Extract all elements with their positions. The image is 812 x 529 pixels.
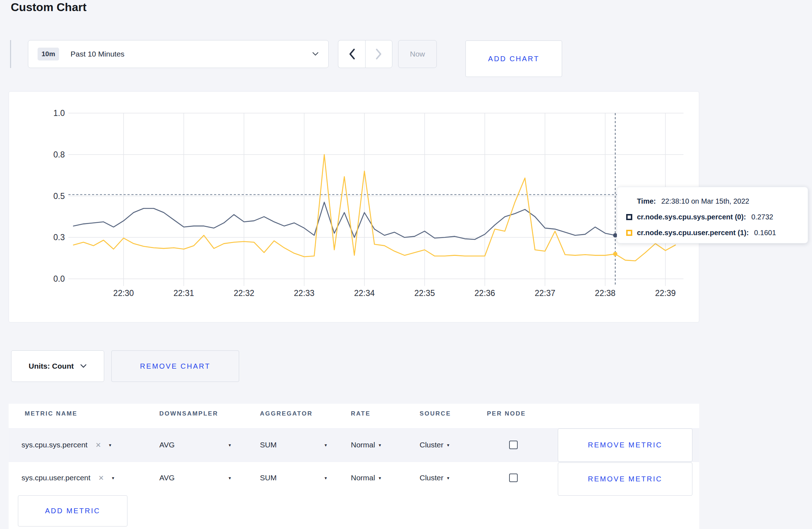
cpu-usage-chart[interactable]: 0.00.30.50.81.022:3022:3122:3222:3322:34… bbox=[9, 92, 700, 323]
add-chart-button[interactable]: ADD CHART bbox=[465, 40, 562, 77]
tooltip-sys-label: cr.node.sys.cpu.sys.percent (0): bbox=[637, 213, 746, 221]
chevron-down-icon bbox=[312, 52, 319, 57]
x-tick-label: 22:37 bbox=[535, 288, 555, 298]
rate-select[interactable]: Normal ▾ bbox=[351, 471, 381, 485]
sys-series-swatch-icon bbox=[626, 214, 632, 220]
source-select[interactable]: Cluster ▾ bbox=[420, 471, 449, 485]
per-node-checkbox[interactable] bbox=[509, 441, 518, 449]
x-tick-label: 22:31 bbox=[174, 288, 194, 298]
remove-metric-button[interactable]: REMOVE METRIC bbox=[558, 428, 692, 462]
column-header-rate: RATE bbox=[351, 410, 371, 417]
column-header-per-node: PER NODE bbox=[487, 410, 526, 417]
downsampler-select[interactable]: AVG ▾ bbox=[159, 438, 231, 452]
page-title: Custom Chart bbox=[11, 1, 87, 14]
per-node-checkbox[interactable] bbox=[509, 474, 518, 482]
rate-value: Normal bbox=[351, 474, 375, 482]
custom-chart-page: Custom Chart 10m Past 10 Minutes Now ADD… bbox=[0, 0, 812, 529]
aggregator-select[interactable]: SUM ▾ bbox=[260, 438, 327, 452]
metric-name-select[interactable]: sys.cpu.user.percent ✕ ▾ bbox=[21, 471, 147, 485]
tooltip-series-sys-row: cr.node.sys.cpu.sys.percent (0): 0.2732 bbox=[626, 209, 801, 225]
remove-chart-button[interactable]: REMOVE CHART bbox=[111, 350, 239, 382]
remove-metric-button[interactable]: REMOVE METRIC bbox=[558, 462, 692, 496]
y-tick-label: 0.0 bbox=[53, 274, 65, 283]
y-tick-label: 0.8 bbox=[53, 150, 65, 159]
aggregator-value: SUM bbox=[260, 474, 277, 482]
units-dropdown[interactable]: Units: Count bbox=[11, 350, 104, 382]
crosshair-dot-1 bbox=[613, 252, 617, 256]
toolbar-divider bbox=[10, 40, 11, 68]
column-header-source: SOURCE bbox=[420, 410, 451, 417]
downsampler-select[interactable]: AVG ▾ bbox=[159, 471, 231, 485]
series-line-1 bbox=[73, 155, 676, 261]
aggregator-value: SUM bbox=[260, 441, 277, 449]
caret-down-icon: ▾ bbox=[228, 442, 231, 448]
time-range-dropdown[interactable]: 10m Past 10 Minutes bbox=[28, 40, 329, 68]
caret-down-icon: ▾ bbox=[447, 442, 450, 448]
metrics-table: METRIC NAME DOWNSAMPLER AGGREGATOR RATE … bbox=[9, 404, 699, 529]
time-forward-button[interactable] bbox=[365, 40, 392, 68]
source-select[interactable]: Cluster ▾ bbox=[420, 438, 449, 452]
series-line-0 bbox=[73, 202, 676, 239]
caret-down-icon: ▾ bbox=[324, 475, 327, 481]
chevron-left-icon bbox=[348, 48, 356, 60]
tooltip-time-row: Time: 22:38:10 on Mar 15th, 2022 bbox=[626, 193, 801, 209]
metric-name-select[interactable]: sys.cpu.sys.percent ✕ ▾ bbox=[21, 438, 147, 452]
tooltip-time-value: 22:38:10 on Mar 15th, 2022 bbox=[661, 197, 749, 205]
aggregator-select[interactable]: SUM ▾ bbox=[260, 471, 327, 485]
metric-name-value: sys.cpu.sys.percent bbox=[21, 441, 87, 449]
x-tick-label: 22:32 bbox=[234, 288, 255, 298]
add-metric-button[interactable]: ADD METRIC bbox=[18, 495, 127, 526]
x-tick-label: 22:35 bbox=[414, 288, 435, 298]
time-nav-group bbox=[338, 40, 392, 68]
downsampler-value: AVG bbox=[159, 474, 175, 482]
tooltip-sys-value: 0.2732 bbox=[751, 213, 773, 221]
tooltip-user-value: 0.1601 bbox=[754, 229, 776, 237]
caret-down-icon: ▾ bbox=[379, 475, 381, 481]
caret-down-icon: ▾ bbox=[109, 442, 111, 448]
now-button[interactable]: Now bbox=[398, 40, 437, 68]
metric-name-value: sys.cpu.user.percent bbox=[21, 474, 91, 482]
column-header-aggregator: AGGREGATOR bbox=[260, 410, 313, 417]
caret-down-icon: ▾ bbox=[324, 442, 327, 448]
caret-down-icon: ▾ bbox=[379, 442, 381, 448]
caret-down-icon: ▾ bbox=[112, 475, 115, 481]
chart-card: 0.00.30.50.81.022:3022:3122:3222:3322:34… bbox=[9, 91, 699, 322]
time-backward-button[interactable] bbox=[338, 40, 365, 68]
rate-value: Normal bbox=[351, 441, 375, 449]
downsampler-value: AVG bbox=[159, 441, 175, 449]
user-series-swatch-icon bbox=[626, 230, 632, 236]
tooltip-series-user-row: cr.node.sys.cpu.user.percent (1): 0.1601 bbox=[626, 225, 801, 241]
column-header-metric-name: METRIC NAME bbox=[25, 410, 77, 417]
time-range-badge: 10m bbox=[38, 48, 59, 60]
x-tick-label: 22:39 bbox=[655, 288, 676, 298]
clear-metric-icon[interactable]: ✕ bbox=[98, 474, 104, 482]
source-value: Cluster bbox=[420, 474, 444, 482]
source-value: Cluster bbox=[420, 441, 444, 449]
rate-select[interactable]: Normal ▾ bbox=[351, 438, 381, 452]
y-tick-label: 0.5 bbox=[53, 191, 65, 201]
x-tick-label: 22:33 bbox=[294, 288, 315, 298]
x-tick-label: 22:38 bbox=[595, 288, 616, 298]
x-tick-label: 22:30 bbox=[113, 288, 134, 298]
y-tick-label: 1.0 bbox=[53, 108, 65, 118]
chevron-down-icon bbox=[80, 364, 87, 368]
y-tick-label: 0.3 bbox=[53, 233, 65, 242]
clear-metric-icon[interactable]: ✕ bbox=[95, 441, 101, 449]
time-range-label: Past 10 Minutes bbox=[71, 50, 125, 58]
caret-down-icon: ▾ bbox=[447, 475, 450, 481]
caret-down-icon: ▾ bbox=[228, 475, 231, 481]
tooltip-user-label: cr.node.sys.cpu.user.percent (1): bbox=[637, 229, 749, 237]
tooltip-time-label: Time: bbox=[637, 197, 656, 205]
x-tick-label: 22:34 bbox=[354, 288, 375, 298]
x-tick-label: 22:36 bbox=[474, 288, 495, 298]
column-header-downsampler: DOWNSAMPLER bbox=[159, 410, 218, 417]
chart-tooltip: Time: 22:38:10 on Mar 15th, 2022 cr.node… bbox=[617, 187, 808, 243]
chevron-right-icon bbox=[375, 48, 383, 60]
units-label: Units: Count bbox=[29, 362, 74, 370]
